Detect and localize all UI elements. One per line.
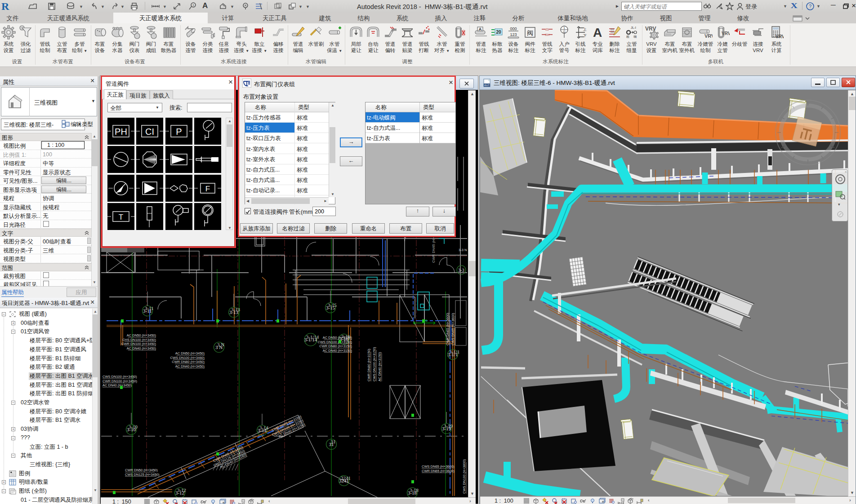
svg-text:T: T [119,213,123,221]
svg-text:G: G [563,30,565,33]
svg-text:粗: 粗 [626,35,629,38]
svg-text:CWS DN65 (H+3600): CWS DN65 (H+3600) [451,313,455,345]
svg-text:CWS DN100 (H+3150): CWS DN100 (H+3150) [318,340,352,344]
svg-text:A: A [479,27,482,31]
svg-text:AC DN50 (H+3150): AC DN50 (H+3150) [323,336,352,340]
svg-text:?: ? [809,4,811,9]
svg-text:3-11: 3-11 [145,305,154,311]
svg-text:D2: D2 [611,31,614,33]
svg-text:VRV: VRV [704,33,713,39]
svg-text:CWR DN80 (H+3450): CWR DN80 (H+3450) [172,360,205,364]
svg-text:CWR DN80 (H+3150): CWR DN80 (H+3150) [319,344,352,348]
svg-text:下: 下 [583,34,587,38]
svg-text:3-13: 3-13 [231,307,241,312]
svg-text:CWS DN100 (H+3800): CWS DN100 (H+3800) [462,459,466,494]
svg-text:F: F [205,185,210,193]
svg-text:AC DN50 (H+3450): AC DN50 (H+3450) [127,333,156,337]
svg-text:VRV: VRV [722,31,730,36]
svg-text:XH: XH [545,33,549,36]
svg-text:AC DN40 (H+3450): AC DN40 (H+3450) [103,383,132,387]
svg-text:3-1/1: 3-1/1 [449,349,459,354]
svg-text:CWS DN125 (H+3450): CWS DN125 (H+3450) [125,473,160,477]
svg-text:CWR DN65 (H+3600): CWR DN65 (H+3600) [422,469,455,473]
svg-text:3-14: 3-14 [259,425,269,430]
svg-text:RVT: RVT [484,84,490,87]
svg-text:31: 31 [331,439,336,444]
svg-text:CWS DN100 (H+3450): CWS DN100 (H+3450) [103,375,137,379]
svg-text:CWR DN100 (H+3450): CWR DN100 (H+3450) [103,379,137,383]
svg-text:3-19: 3-19 [444,423,453,429]
svg-text:000: 000 [510,27,517,31]
svg-text:上: 上 [583,27,587,31]
svg-text:1: 1 [192,4,194,7]
svg-text:3-15: 3-15 [328,302,337,308]
svg-text:123: 123 [510,32,517,37]
svg-text:3-1/14: 3-1/14 [306,334,319,340]
svg-text:AC DN40 (H+3150): AC DN40 (H+3150) [323,349,352,353]
svg-text:CWR DN100 (H+3450): CWR DN100 (H+3450) [121,342,156,346]
svg-text:CWS DN65 (H+3600): CWS DN65 (H+3600) [422,464,455,469]
svg-text:3-3 N: 3-3 N [459,248,467,252]
svg-text:CWR DN50 (H+3450): CWR DN50 (H+3450) [125,468,158,472]
svg-text:3241: 3241 [341,475,351,481]
svg-text:AC DN40 (H+3450): AC DN40 (H+3450) [127,346,156,350]
svg-text:20: 20 [496,30,501,35]
svg-text:3-10: 3-10 [129,424,138,429]
svg-text:CWS DN100 (H+3150): CWS DN100 (H+3150) [372,347,376,381]
svg-text:细: 细 [633,35,637,39]
svg-text:AC DN50 (H+3450): AC DN50 (H+3450) [175,351,205,355]
svg-text:3-18: 3-18 [410,487,419,493]
svg-text:3 N: 3 N [217,342,224,347]
svg-text:VRV: VRV [776,34,784,39]
svg-text:CHS DN100 (H+3450): CHS DN100 (H+3450) [122,338,156,342]
svg-text:CWR DN80 (H+3150): CWR DN80 (H+3150) [367,349,371,381]
svg-text:1: 1 [563,27,565,30]
svg-text:P: P [176,127,182,137]
svg-text:AC DN40 (H+3150): AC DN40 (H+3150) [378,352,382,381]
svg-text:J1: J1 [545,28,549,31]
svg-text:CI: CI [145,127,154,137]
svg-text:JL-I: JL-I [631,26,636,29]
svg-text:A: A [593,26,602,40]
svg-text:AC DN40 (H+3450): AC DN40 (H+3450) [175,364,205,368]
svg-text:PH: PH [115,127,127,137]
svg-text:CWS DN100 (H+3460): CWS DN100 (H+3460) [170,356,205,360]
svg-text:3-12: 3-12 [177,487,186,493]
svg-text:CWR DN65 (H+3600): CWR DN65 (H+3600) [446,313,450,345]
svg-text:阀: 阀 [527,29,533,36]
svg-text:3-3: 3-3 [458,268,464,273]
